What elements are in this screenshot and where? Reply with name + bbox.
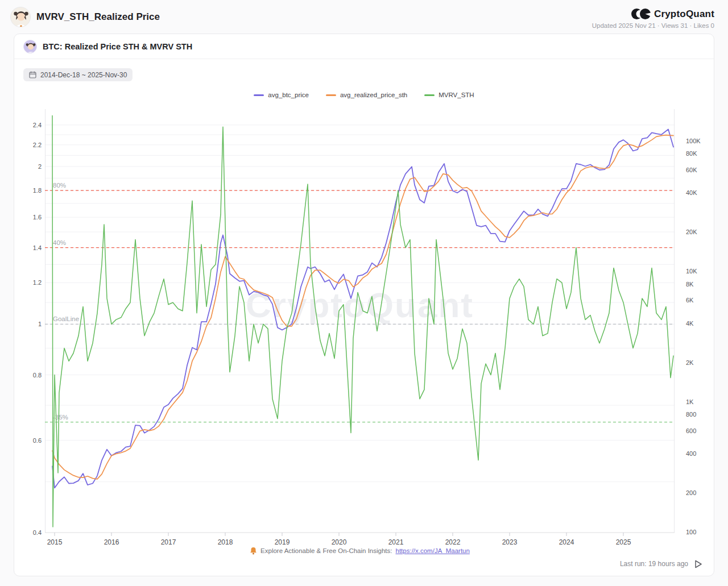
x-axis-tick: 2022 <box>439 538 467 546</box>
calendar-icon <box>29 71 36 78</box>
chart-card: BTC: Realized Price STH & MVRV STH 2014-… <box>14 34 714 576</box>
x-axis-tick: 2015 <box>40 538 69 546</box>
date-range-label: 2014-Dec-18 ~ 2025-Nov-30 <box>40 71 127 79</box>
right-axis-tick: 40K <box>686 189 697 197</box>
insights-link[interactable]: https://x.com/JA_Maartun <box>396 547 470 554</box>
user-avatar-image <box>11 7 31 27</box>
cryptoquant-logo[interactable]: CryptoQuant <box>631 8 714 20</box>
toolbar-row: 2014-Dec-18 ~ 2025-Nov-30 <box>14 59 714 81</box>
legend-label: avg_btc_price <box>268 92 309 98</box>
x-axis-tick: 2019 <box>268 538 296 546</box>
legend-swatch <box>254 94 264 96</box>
ref-line-label: 80% <box>53 182 66 189</box>
right-axis-tick: 80K <box>686 149 697 157</box>
x-axis-tick: 2018 <box>211 538 239 546</box>
play-icon <box>694 560 702 568</box>
user-avatar[interactable] <box>10 7 31 27</box>
chart-title: BTC: Realized Price STH & MVRV STH <box>43 42 192 51</box>
right-axis-tick: 8K <box>686 280 693 288</box>
left-axis-tick: 1.4 <box>14 244 42 252</box>
right-axis-tick: 100 <box>686 528 696 536</box>
author-avatar[interactable] <box>23 40 37 53</box>
last-run-label: Last run: 19 hours ago <box>620 560 688 568</box>
ref-line-label: -35% <box>53 414 68 421</box>
left-axis-tick: 0.8 <box>14 371 42 379</box>
right-axis-tick: 60K <box>686 166 697 174</box>
x-axis-tick: 2025 <box>609 538 638 546</box>
right-axis-tick: 6K <box>686 296 693 304</box>
lastrun-row: Last run: 19 hours ago <box>14 559 714 576</box>
legend-label: avg_realized_price_sth <box>340 92 407 98</box>
cryptoquant-logo-icon <box>631 8 651 20</box>
legend-label: MVRV_STH <box>439 92 474 98</box>
x-axis-tick: 2023 <box>495 538 524 546</box>
insights-note: Explore Actionable & Free On-Chain Insig… <box>45 547 675 555</box>
left-axis-tick: 0.6 <box>14 437 42 444</box>
run-button[interactable] <box>693 559 704 570</box>
x-axis-tick: 2020 <box>325 538 353 546</box>
page: MVRV_STH_Realized Price CryptoQuant Upda… <box>0 0 728 586</box>
right-axis-tick: 600 <box>686 427 696 435</box>
chart-area: CryptoQuant 80%40%GoalLine-35% Explore A… <box>14 104 714 559</box>
x-axis-tick: 2021 <box>382 538 410 546</box>
right-axis-tick: 400 <box>686 450 696 458</box>
legend-swatch <box>424 94 435 96</box>
bell-icon <box>250 547 257 555</box>
legend-item-avg_realized_price_sth[interactable]: avg_realized_price_sth <box>326 92 407 98</box>
x-axis-tick: 2017 <box>154 538 183 546</box>
left-axis-tick: 0.4 <box>14 529 42 537</box>
series-avg_btc_price <box>52 130 673 488</box>
left-axis-tick: 2 <box>14 163 42 171</box>
left-axis-tick: 1 <box>14 320 42 328</box>
right-axis-tick: 800 <box>686 410 696 418</box>
left-axis-tick: 1.6 <box>14 213 42 221</box>
right-axis-tick: 20K <box>686 228 697 236</box>
page-title: MVRV_STH_Realized Price <box>36 11 160 23</box>
series-MVRV_STH <box>52 116 673 527</box>
left-axis-tick: 1.2 <box>14 279 42 286</box>
ref-line-label: 40% <box>53 239 66 246</box>
brand-name: CryptoQuant <box>654 9 714 20</box>
author-avatar-image <box>24 40 37 53</box>
app-header: MVRV_STH_Realized Price CryptoQuant Upda… <box>0 0 728 32</box>
legend-item-avg_btc_price[interactable]: avg_btc_price <box>254 92 309 98</box>
right-axis-tick: 4K <box>686 319 693 327</box>
insights-text: Explore Actionable & Free On-Chain Insig… <box>260 547 392 554</box>
right-axis-tick: 100K <box>686 137 701 145</box>
date-range-chip[interactable]: 2014-Dec-18 ~ 2025-Nov-30 <box>23 68 133 81</box>
ref-line-label: GoalLine <box>53 315 79 322</box>
series-avg_realized_price_sth <box>52 135 673 479</box>
right-axis-tick: 10K <box>686 267 697 275</box>
legend-swatch <box>326 94 336 96</box>
left-axis-tick: 2.2 <box>14 141 42 149</box>
right-axis-tick: 2K <box>686 359 693 367</box>
x-axis-tick: 2016 <box>97 538 126 546</box>
x-axis-tick: 2024 <box>552 538 581 546</box>
chart-card-header: BTC: Realized Price STH & MVRV STH <box>14 34 714 59</box>
left-axis-tick: 1.8 <box>14 186 42 194</box>
updated-meta: Updated 2025 Nov 21 · Views 31 · Likes 0 <box>592 22 714 29</box>
left-axis-tick: 2.4 <box>14 121 42 129</box>
right-axis-tick: 1K <box>686 398 693 406</box>
plot-canvas[interactable]: 80%40%GoalLine-35% <box>45 109 675 542</box>
chart-legend: avg_btc_priceavg_realized_price_sthMVRV_… <box>14 90 714 99</box>
legend-item-MVRV_STH[interactable]: MVRV_STH <box>424 92 474 98</box>
right-axis-tick: 200 <box>686 489 696 497</box>
